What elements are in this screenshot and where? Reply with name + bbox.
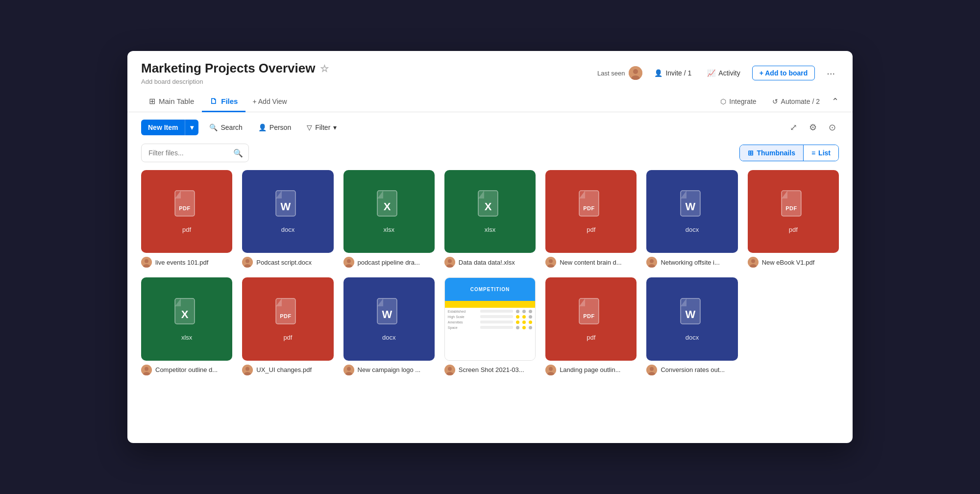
- file-card[interactable]: COMPETITION Established High Scale Ameni…: [444, 277, 536, 375]
- file-avatar: [748, 257, 759, 268]
- file-avatar: [545, 257, 556, 268]
- list-view-button[interactable]: ≡ List: [803, 145, 838, 161]
- svg-text:W: W: [685, 308, 695, 321]
- person-button[interactable]: 👤 Person: [253, 121, 296, 134]
- svg-point-37: [650, 259, 654, 263]
- invite-button[interactable]: 👤 Invite / 1: [650, 67, 695, 79]
- file-meta: Podcast script.docx: [242, 257, 333, 268]
- last-seen-label: Last seen: [597, 70, 625, 77]
- star-icon[interactable]: ☆: [320, 63, 329, 74]
- filter-search-icon: 🔍: [233, 148, 243, 158]
- file-card[interactable]: W docx Networking offsite i...: [646, 170, 737, 268]
- expand-icon[interactable]: ⤢: [787, 119, 800, 136]
- main-window: Marketing Projects Overview ☆ Add board …: [127, 51, 853, 443]
- filter-button[interactable]: ▽ Filter ▾: [302, 121, 342, 134]
- file-icon: 🗋: [210, 97, 218, 106]
- toolbar-left: New Item ▾ 🔍 Search 👤 Person ▽ Filter ▾: [141, 120, 342, 135]
- file-avatar: [545, 365, 556, 375]
- svg-text:X: X: [181, 308, 189, 321]
- new-item-label[interactable]: New Item: [141, 120, 185, 135]
- file-name: New campaign logo ...: [358, 366, 435, 373]
- file-card[interactable]: X xlsx Competitor outline d...: [141, 277, 232, 375]
- last-seen: Last seen: [597, 66, 642, 80]
- svg-point-1: [633, 69, 638, 74]
- filter-bar: 🔍 ⊞ Thumbnails ≡ List: [127, 141, 853, 170]
- file-card[interactable]: PDF pdf UX_UI changes.pdf: [242, 277, 333, 375]
- automate-label: Automate / 2: [781, 98, 820, 105]
- file-name: New eBook V1.pdf: [762, 259, 839, 266]
- file-thumbnail: X xlsx: [343, 170, 435, 253]
- tabs-bar: ⊞ Main Table 🗋 Files + Add View ⬡ Integr…: [127, 91, 853, 112]
- tabs-left: ⊞ Main Table 🗋 Files + Add View: [141, 91, 294, 112]
- board-description[interactable]: Add board description: [141, 78, 329, 85]
- file-card[interactable]: PDF pdf Landing page outlin...: [545, 277, 637, 375]
- file-avatar: [141, 365, 152, 375]
- file-avatar: [646, 257, 657, 268]
- svg-text:PDF: PDF: [584, 205, 595, 211]
- filter-input-wrap: 🔍: [141, 144, 249, 162]
- add-view-button[interactable]: + Add View: [245, 93, 294, 110]
- tab-files[interactable]: 🗋 Files: [202, 92, 245, 112]
- svg-point-13: [245, 259, 249, 263]
- activity-button[interactable]: 📈 Activity: [703, 67, 744, 79]
- add-to-board-button[interactable]: + Add to board: [752, 66, 815, 80]
- file-meta: live events 101.pdf: [141, 257, 232, 268]
- svg-point-61: [347, 367, 351, 370]
- file-meta: New eBook V1.pdf: [748, 257, 839, 268]
- file-meta: Screen Shot 2021-03...: [444, 365, 536, 375]
- file-card[interactable]: W docx Podcast script.docx: [242, 170, 333, 268]
- file-thumbnail: W docx: [343, 277, 435, 360]
- filter-input[interactable]: [141, 144, 249, 162]
- automate-button[interactable]: ↺ Automate / 2: [768, 96, 824, 107]
- file-grid: PDF pdf live events 101.pdf W docx: [127, 170, 853, 389]
- more-options-button[interactable]: ···: [823, 66, 839, 81]
- file-thumbnail: PDF pdf: [545, 277, 637, 360]
- file-card[interactable]: PDF pdf live events 101.pdf: [141, 170, 232, 268]
- file-meta: podcast pipeline dra...: [343, 257, 435, 268]
- file-card[interactable]: PDF pdf New content brain d...: [545, 170, 637, 268]
- toolbar-right: ⤢ ⚙ ⊙: [787, 119, 839, 136]
- file-thumbnail: X xlsx: [141, 277, 232, 360]
- file-name: UX_UI changes.pdf: [256, 366, 333, 373]
- file-thumbnail: W docx: [242, 170, 333, 253]
- file-card[interactable]: PDF pdf New eBook V1.pdf: [748, 170, 839, 268]
- file-card[interactable]: W docx New campaign logo ...: [343, 277, 435, 375]
- file-name: New content brain d...: [560, 259, 637, 266]
- automate-icon: ↺: [772, 98, 778, 105]
- file-avatar: [141, 257, 152, 268]
- file-meta: Networking offsite i...: [646, 257, 737, 268]
- view-toggle: ⊞ Thumbnails ≡ List: [739, 145, 839, 161]
- thumbnails-label: Thumbnails: [757, 149, 795, 157]
- person-icon: 👤: [258, 124, 267, 131]
- file-name: Landing page outlin...: [560, 366, 637, 373]
- tabs-right: ⬡ Integrate ↺ Automate / 2 ⌃: [716, 96, 839, 107]
- file-card[interactable]: X xlsx podcast pipeline dra...: [343, 170, 435, 268]
- settings-icon[interactable]: ⚙: [806, 119, 820, 136]
- svg-text:W: W: [281, 200, 291, 213]
- list-label: List: [818, 149, 831, 157]
- thumbnails-view-button[interactable]: ⊞ Thumbnails: [740, 145, 803, 161]
- thumbnails-icon: ⊞: [748, 149, 754, 157]
- more-icon[interactable]: ⊙: [826, 119, 839, 136]
- new-item-caret[interactable]: ▾: [185, 120, 198, 135]
- file-avatar: [444, 257, 455, 268]
- svg-point-55: [245, 367, 249, 370]
- file-avatar: [343, 257, 354, 268]
- tab-main-table[interactable]: ⊞ Main Table: [141, 92, 202, 112]
- collapse-button[interactable]: ⌃: [832, 96, 839, 107]
- file-name: Networking offsite i...: [661, 259, 737, 266]
- file-card[interactable]: X xlsx Data data data!.xlsx: [444, 170, 536, 268]
- file-name: Data data data!.xlsx: [459, 259, 536, 266]
- avatar: [629, 66, 642, 80]
- new-item-button[interactable]: New Item ▾: [141, 120, 198, 135]
- file-thumbnail: W docx: [646, 170, 737, 253]
- file-avatar: [343, 365, 354, 375]
- integrate-label: Integrate: [729, 98, 756, 105]
- file-card[interactable]: W docx Conversion rates out...: [646, 277, 737, 375]
- integrate-button[interactable]: ⬡ Integrate: [716, 96, 760, 107]
- svg-point-64: [448, 367, 452, 370]
- search-label: Search: [220, 124, 242, 131]
- header-right: Last seen 👤 Invite / 1 📈 Activity + Add …: [597, 66, 839, 81]
- activity-label: Activity: [718, 69, 740, 77]
- search-button[interactable]: 🔍 Search: [204, 121, 247, 134]
